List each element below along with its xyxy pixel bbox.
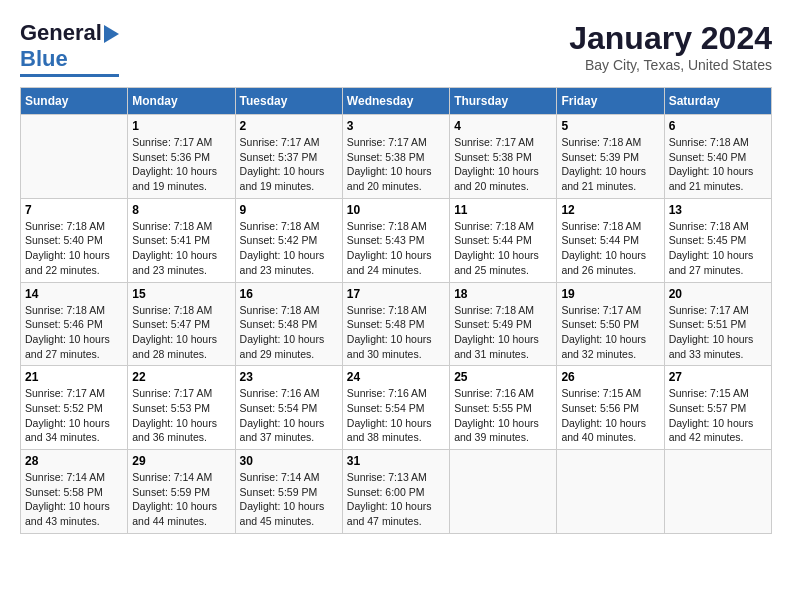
calendar-cell xyxy=(664,450,771,534)
day-number: 16 xyxy=(240,287,338,301)
calendar-week-1: 1Sunrise: 7:17 AM Sunset: 5:36 PM Daylig… xyxy=(21,115,772,199)
calendar-week-5: 28Sunrise: 7:14 AM Sunset: 5:58 PM Dayli… xyxy=(21,450,772,534)
day-number: 10 xyxy=(347,203,445,217)
calendar-week-2: 7Sunrise: 7:18 AM Sunset: 5:40 PM Daylig… xyxy=(21,198,772,282)
day-info: Sunrise: 7:15 AM Sunset: 5:56 PM Dayligh… xyxy=(561,386,659,445)
day-number: 28 xyxy=(25,454,123,468)
calendar-cell: 11Sunrise: 7:18 AM Sunset: 5:44 PM Dayli… xyxy=(450,198,557,282)
day-number: 11 xyxy=(454,203,552,217)
day-info: Sunrise: 7:18 AM Sunset: 5:44 PM Dayligh… xyxy=(561,219,659,278)
calendar-cell: 24Sunrise: 7:16 AM Sunset: 5:54 PM Dayli… xyxy=(342,366,449,450)
calendar-cell: 9Sunrise: 7:18 AM Sunset: 5:42 PM Daylig… xyxy=(235,198,342,282)
day-info: Sunrise: 7:16 AM Sunset: 5:55 PM Dayligh… xyxy=(454,386,552,445)
day-info: Sunrise: 7:17 AM Sunset: 5:36 PM Dayligh… xyxy=(132,135,230,194)
calendar-cell: 19Sunrise: 7:17 AM Sunset: 5:50 PM Dayli… xyxy=(557,282,664,366)
day-of-week-monday: Monday xyxy=(128,88,235,115)
day-info: Sunrise: 7:17 AM Sunset: 5:37 PM Dayligh… xyxy=(240,135,338,194)
day-number: 21 xyxy=(25,370,123,384)
day-number: 14 xyxy=(25,287,123,301)
day-number: 5 xyxy=(561,119,659,133)
day-of-week-tuesday: Tuesday xyxy=(235,88,342,115)
day-info: Sunrise: 7:18 AM Sunset: 5:40 PM Dayligh… xyxy=(669,135,767,194)
calendar-cell: 25Sunrise: 7:16 AM Sunset: 5:55 PM Dayli… xyxy=(450,366,557,450)
day-info: Sunrise: 7:16 AM Sunset: 5:54 PM Dayligh… xyxy=(240,386,338,445)
day-number: 12 xyxy=(561,203,659,217)
calendar-subtitle: Bay City, Texas, United States xyxy=(569,57,772,73)
day-number: 3 xyxy=(347,119,445,133)
logo-underline xyxy=(20,74,119,77)
day-of-week-sunday: Sunday xyxy=(21,88,128,115)
calendar-cell: 17Sunrise: 7:18 AM Sunset: 5:48 PM Dayli… xyxy=(342,282,449,366)
calendar-cell: 7Sunrise: 7:18 AM Sunset: 5:40 PM Daylig… xyxy=(21,198,128,282)
day-number: 20 xyxy=(669,287,767,301)
day-info: Sunrise: 7:18 AM Sunset: 5:41 PM Dayligh… xyxy=(132,219,230,278)
day-info: Sunrise: 7:14 AM Sunset: 5:59 PM Dayligh… xyxy=(132,470,230,529)
day-number: 26 xyxy=(561,370,659,384)
calendar-cell: 31Sunrise: 7:13 AM Sunset: 6:00 PM Dayli… xyxy=(342,450,449,534)
day-info: Sunrise: 7:17 AM Sunset: 5:50 PM Dayligh… xyxy=(561,303,659,362)
calendar-cell: 20Sunrise: 7:17 AM Sunset: 5:51 PM Dayli… xyxy=(664,282,771,366)
calendar-cell: 1Sunrise: 7:17 AM Sunset: 5:36 PM Daylig… xyxy=(128,115,235,199)
day-number: 1 xyxy=(132,119,230,133)
day-info: Sunrise: 7:17 AM Sunset: 5:52 PM Dayligh… xyxy=(25,386,123,445)
day-number: 30 xyxy=(240,454,338,468)
day-number: 24 xyxy=(347,370,445,384)
day-info: Sunrise: 7:18 AM Sunset: 5:48 PM Dayligh… xyxy=(347,303,445,362)
day-number: 22 xyxy=(132,370,230,384)
calendar-cell: 4Sunrise: 7:17 AM Sunset: 5:38 PM Daylig… xyxy=(450,115,557,199)
title-section: January 2024 Bay City, Texas, United Sta… xyxy=(569,20,772,73)
logo-general: General xyxy=(20,20,102,46)
calendar-cell: 5Sunrise: 7:18 AM Sunset: 5:39 PM Daylig… xyxy=(557,115,664,199)
day-info: Sunrise: 7:18 AM Sunset: 5:40 PM Dayligh… xyxy=(25,219,123,278)
day-info: Sunrise: 7:18 AM Sunset: 5:45 PM Dayligh… xyxy=(669,219,767,278)
calendar-cell xyxy=(450,450,557,534)
calendar-cell: 2Sunrise: 7:17 AM Sunset: 5:37 PM Daylig… xyxy=(235,115,342,199)
logo-arrow-icon xyxy=(104,25,119,43)
day-number: 9 xyxy=(240,203,338,217)
day-number: 15 xyxy=(132,287,230,301)
day-number: 4 xyxy=(454,119,552,133)
calendar-cell: 15Sunrise: 7:18 AM Sunset: 5:47 PM Dayli… xyxy=(128,282,235,366)
day-number: 7 xyxy=(25,203,123,217)
calendar-cell: 8Sunrise: 7:18 AM Sunset: 5:41 PM Daylig… xyxy=(128,198,235,282)
day-info: Sunrise: 7:16 AM Sunset: 5:54 PM Dayligh… xyxy=(347,386,445,445)
calendar-title: January 2024 xyxy=(569,20,772,57)
calendar-cell xyxy=(21,115,128,199)
calendar-cell: 26Sunrise: 7:15 AM Sunset: 5:56 PM Dayli… xyxy=(557,366,664,450)
calendar-cell: 16Sunrise: 7:18 AM Sunset: 5:48 PM Dayli… xyxy=(235,282,342,366)
logo: General Blue xyxy=(20,20,119,77)
logo-blue: Blue xyxy=(20,46,68,72)
calendar-cell xyxy=(557,450,664,534)
calendar-cell: 18Sunrise: 7:18 AM Sunset: 5:49 PM Dayli… xyxy=(450,282,557,366)
calendar-week-3: 14Sunrise: 7:18 AM Sunset: 5:46 PM Dayli… xyxy=(21,282,772,366)
day-info: Sunrise: 7:18 AM Sunset: 5:39 PM Dayligh… xyxy=(561,135,659,194)
days-header-row: SundayMondayTuesdayWednesdayThursdayFrid… xyxy=(21,88,772,115)
day-of-week-wednesday: Wednesday xyxy=(342,88,449,115)
calendar-cell: 10Sunrise: 7:18 AM Sunset: 5:43 PM Dayli… xyxy=(342,198,449,282)
day-number: 25 xyxy=(454,370,552,384)
day-number: 31 xyxy=(347,454,445,468)
day-info: Sunrise: 7:13 AM Sunset: 6:00 PM Dayligh… xyxy=(347,470,445,529)
calendar-cell: 29Sunrise: 7:14 AM Sunset: 5:59 PM Dayli… xyxy=(128,450,235,534)
day-number: 19 xyxy=(561,287,659,301)
calendar-cell: 14Sunrise: 7:18 AM Sunset: 5:46 PM Dayli… xyxy=(21,282,128,366)
day-number: 18 xyxy=(454,287,552,301)
day-info: Sunrise: 7:17 AM Sunset: 5:51 PM Dayligh… xyxy=(669,303,767,362)
day-info: Sunrise: 7:14 AM Sunset: 5:58 PM Dayligh… xyxy=(25,470,123,529)
calendar-cell: 22Sunrise: 7:17 AM Sunset: 5:53 PM Dayli… xyxy=(128,366,235,450)
day-of-week-friday: Friday xyxy=(557,88,664,115)
day-info: Sunrise: 7:18 AM Sunset: 5:47 PM Dayligh… xyxy=(132,303,230,362)
day-info: Sunrise: 7:18 AM Sunset: 5:44 PM Dayligh… xyxy=(454,219,552,278)
day-of-week-saturday: Saturday xyxy=(664,88,771,115)
day-info: Sunrise: 7:17 AM Sunset: 5:53 PM Dayligh… xyxy=(132,386,230,445)
calendar-cell: 27Sunrise: 7:15 AM Sunset: 5:57 PM Dayli… xyxy=(664,366,771,450)
page-header: General Blue January 2024 Bay City, Texa… xyxy=(20,20,772,77)
day-info: Sunrise: 7:18 AM Sunset: 5:43 PM Dayligh… xyxy=(347,219,445,278)
day-number: 29 xyxy=(132,454,230,468)
calendar-cell: 12Sunrise: 7:18 AM Sunset: 5:44 PM Dayli… xyxy=(557,198,664,282)
calendar-cell: 28Sunrise: 7:14 AM Sunset: 5:58 PM Dayli… xyxy=(21,450,128,534)
day-info: Sunrise: 7:18 AM Sunset: 5:48 PM Dayligh… xyxy=(240,303,338,362)
day-info: Sunrise: 7:18 AM Sunset: 5:42 PM Dayligh… xyxy=(240,219,338,278)
day-number: 6 xyxy=(669,119,767,133)
day-number: 13 xyxy=(669,203,767,217)
